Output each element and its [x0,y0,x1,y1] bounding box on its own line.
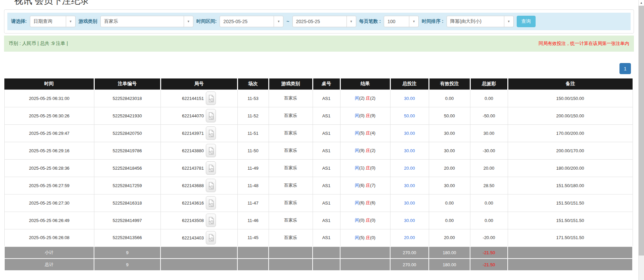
cell-payout: 0.00 [470,212,508,229]
column-header-5: 桌号 [313,78,340,90]
page-size-value: 100 [384,16,409,27]
column-header-8: 有效投注 [429,78,470,90]
video-replay-button[interactable] [206,231,216,244]
pagination-page-1-button[interactable]: 1 [619,63,631,74]
cell-valid_bet: 50.00 [429,107,470,124]
total-bet-link[interactable]: 30.00 [404,201,415,206]
cell-session: 11-50 [237,142,269,159]
cell-total_bet: 30.00 [390,90,429,107]
video-file-icon [208,164,214,172]
banker-result: 庄 [366,165,370,170]
table-row: 2025-05-25 06:28:36522528418456622143781… [4,159,633,177]
cell-table_no: AS1 [313,90,340,107]
banker-result: 庄 [366,200,370,205]
total-bet-link[interactable]: 30.00 [404,183,415,188]
video-replay-button[interactable] [206,109,216,122]
video-file-icon [208,182,214,190]
round-number: 622143880 [182,148,204,153]
cell-payout: 20.00 [470,159,508,177]
cell-time: 2025-05-25 06:29:47 [4,124,94,142]
grand-total-row-cell-game [269,259,313,271]
cell-round: 622144151 [160,90,237,107]
filter-panel: 请选择: 日期查询 ▼ 游戏类别 百家乐 ▼ 时间区间: 2025-05-25 … [4,9,634,34]
video-replay-button[interactable] [206,196,216,210]
game-category-value: 百家乐 [101,16,184,27]
table-row: 2025-05-25 06:29:16522528419786622143880… [4,142,633,159]
total-bet-link[interactable]: 20.00 [404,235,415,240]
player-result: 闲 [355,235,359,240]
date-from-value: 2025-05-25 [220,16,274,27]
chevron-down-icon: ▼ [66,16,75,27]
cell-round: 622143403 [160,229,237,246]
total-bet-link[interactable]: 30.00 [404,96,415,101]
filter-bar: 请选择: 日期查询 ▼ 游戏类别 百家乐 ▼ 时间区间: 2025-05-25 … [7,13,631,30]
page-size-select[interactable]: 100 ▼ [384,16,419,27]
cell-result: 闲(2) 庄(2) [340,90,390,107]
video-file-icon [208,112,214,120]
subtotal-row-cell-valid_bet: 180.00 [429,246,470,259]
scrollbar-thumb[interactable] [639,6,644,256]
date-range-separator: ~ [286,19,289,24]
cell-game: 百家乐 [269,142,313,159]
cell-payout: -20.00 [470,229,508,246]
cell-game: 百家乐 [269,177,313,194]
cell-payout: -50.00 [470,107,508,124]
result-count: (9) [370,113,375,118]
game-category-select[interactable]: 百家乐 ▼ [100,16,193,27]
cell-note: 180.00/200.00 [508,159,633,177]
video-file-icon [208,147,214,155]
cell-round: 622143781 [160,159,237,177]
cell-bet_id: 522528416318 [94,194,160,212]
cell-table_no: AS1 [313,194,340,212]
time-sort-select[interactable]: 降冪(由大到小) ▼ [447,16,514,27]
cell-game: 百家乐 [269,90,313,107]
cell-payout: 30.00 [470,124,508,142]
cell-bet_id: 522528417259 [94,177,160,194]
table-row: 2025-05-25 06:26:49522528414997622143508… [4,212,633,229]
time-range-label: 时间区间: [196,18,217,24]
query-type-select[interactable]: 日期查询 ▼ [30,16,76,27]
search-button[interactable]: 查询 [517,16,536,27]
cell-total_bet: 30.00 [390,142,429,159]
total-bet-link[interactable]: 30.00 [404,218,415,223]
total-bet-link[interactable]: 30.00 [404,131,415,136]
video-replay-button[interactable] [206,161,216,175]
video-replay-button[interactable] [206,92,216,105]
video-replay-button[interactable] [206,179,216,192]
column-header-2: 局号 [160,78,237,90]
cell-payout: 0.00 [470,90,508,107]
grand-total-row-cell-round [160,259,237,271]
date-to-select[interactable]: 2025-05-25 ▼ [292,16,356,27]
total-bet-link[interactable]: 50.00 [404,113,415,118]
cell-note: 150.00/150.00 [508,90,633,107]
vertical-scrollbar[interactable]: ▲ [638,0,644,280]
cell-game: 百家乐 [269,159,313,177]
cell-result: 闲(6) 庄(7) [340,177,390,194]
banker-result: 庄 [366,183,370,188]
cell-note: 151.50/151.50 [508,194,633,212]
video-replay-button[interactable] [206,214,216,227]
banker-result: 庄 [366,96,370,101]
scroll-up-icon[interactable]: ▲ [639,0,644,6]
grand-total-row-cell-time: 总计 [4,259,94,271]
cell-result: 闲(0) 庄(9) [340,107,390,124]
cell-valid_bet: 30.00 [429,142,470,159]
result-count: (6) [370,200,375,205]
cell-time: 2025-05-25 06:26:08 [4,229,94,246]
cell-session: 11-47 [237,194,269,212]
cell-result: 闲(5) 庄(0) [340,229,390,246]
total-bet-link[interactable]: 30.00 [404,148,415,153]
cell-session: 11-53 [237,90,269,107]
cell-time: 2025-05-25 06:27:59 [4,177,94,194]
total-bet-link[interactable]: 20.00 [404,166,415,171]
table-header-row: 时间注单编号局号场次游戏类别桌号结果总投注有效投注总派彩备注 [4,78,633,90]
cell-valid_bet: 30.00 [429,177,470,194]
video-replay-button[interactable] [206,144,216,157]
video-file-icon [208,95,214,103]
result-count: (4) [370,130,375,135]
player-result: 闲 [355,148,359,153]
grand-total-row-cell-total_bet: 270.00 [390,259,429,271]
cell-result: 闲(9) 庄(2) [340,142,390,159]
video-replay-button[interactable] [206,126,216,140]
date-from-select[interactable]: 2025-05-25 ▼ [220,16,283,27]
